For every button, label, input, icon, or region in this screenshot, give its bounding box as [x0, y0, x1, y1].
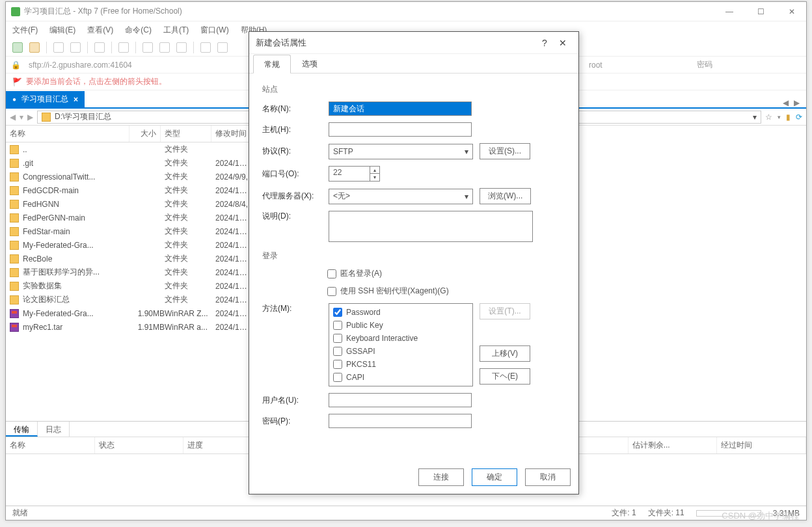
dialog-button-row: 连接 确定 取消: [249, 461, 578, 494]
method-settings-button: 设置(T)...: [480, 303, 530, 319]
dialog-close-button[interactable]: ✕: [554, 38, 572, 48]
host-input[interactable]: [329, 122, 472, 137]
dialog-tabs: 常规 选项: [249, 54, 578, 74]
label-proxy: 代理服务器(X):: [262, 191, 322, 202]
auth-method-checkbox[interactable]: Password: [333, 308, 468, 317]
session-name-input[interactable]: 新建会话: [329, 101, 472, 116]
label-port: 端口号(O):: [262, 169, 322, 180]
auth-method-checkbox[interactable]: GSSAPI: [333, 347, 468, 356]
dialog-title: 新建会话属性: [256, 37, 535, 49]
tab-general[interactable]: 常规: [253, 55, 291, 74]
move-up-button[interactable]: 上移(V): [480, 345, 530, 362]
label-host: 主机(H):: [262, 124, 322, 135]
label-method: 方法(M):: [262, 303, 322, 314]
protocol-select[interactable]: SFTP ▾: [329, 144, 473, 159]
group-site: 站点: [262, 84, 565, 95]
label-username: 用户名(U):: [262, 395, 322, 406]
auth-method-checkbox[interactable]: CAPI: [333, 373, 468, 382]
connect-button[interactable]: 连接: [418, 468, 464, 486]
auth-methods-list: PasswordPublic KeyKeyboard InteractiveGS…: [329, 303, 473, 386]
description-textarea[interactable]: [329, 211, 533, 242]
move-down-button[interactable]: 下ヘ(E): [480, 368, 530, 385]
browse-button[interactable]: 浏览(W)...: [480, 188, 531, 204]
proxy-select[interactable]: <无> ▾: [329, 189, 473, 204]
spin-up-icon[interactable]: ▴: [370, 167, 379, 174]
port-spinner[interactable]: 22 ▴▾: [329, 166, 380, 182]
group-login: 登录: [262, 250, 565, 262]
anonymous-checkbox[interactable]: 匿名登录(A): [327, 268, 382, 279]
settings-button[interactable]: 设置(S)...: [480, 143, 530, 159]
spin-down-icon[interactable]: ▾: [370, 174, 379, 181]
dialog-titlebar: 新建会话属性 ? ✕: [249, 32, 578, 54]
chevron-down-icon: ▾: [465, 192, 468, 201]
label-protocol: 协议(R):: [262, 146, 322, 157]
chevron-down-icon: ▾: [465, 147, 468, 156]
password-input[interactable]: [329, 414, 472, 428]
dialog-form: 站点 名称(N): 新建会话 主机(H): 协议(R): SFTP ▾ 设置(S…: [249, 74, 578, 461]
label-password: 密码(P):: [262, 416, 322, 427]
help-button[interactable]: ?: [535, 38, 554, 48]
session-properties-dialog: 新建会话属性 ? ✕ 常规 选项 站点 名称(N): 新建会话 主机(H): 协…: [249, 31, 579, 494]
ok-button[interactable]: 确定: [472, 468, 517, 486]
port-value[interactable]: 22: [329, 166, 370, 182]
xagent-checkbox[interactable]: 使用 SSH 密钥代理(Xagent)(G): [327, 286, 449, 297]
label-desc: 说明(D):: [262, 211, 322, 222]
auth-method-checkbox[interactable]: PKCS11: [333, 360, 468, 369]
tab-options[interactable]: 选项: [291, 54, 329, 73]
username-input[interactable]: [329, 393, 472, 407]
auth-method-checkbox[interactable]: Public Key: [333, 321, 468, 330]
cancel-button[interactable]: 取消: [525, 468, 571, 486]
label-name: 名称(N):: [262, 103, 322, 115]
proxy-value: <无>: [333, 191, 350, 202]
auth-method-checkbox[interactable]: Keyboard Interactive: [333, 334, 468, 343]
dialog-overlay: 新建会话属性 ? ✕ 常规 选项 站点 名称(N): 新建会话 主机(H): 协…: [0, 0, 812, 527]
protocol-value: SFTP: [333, 147, 353, 156]
